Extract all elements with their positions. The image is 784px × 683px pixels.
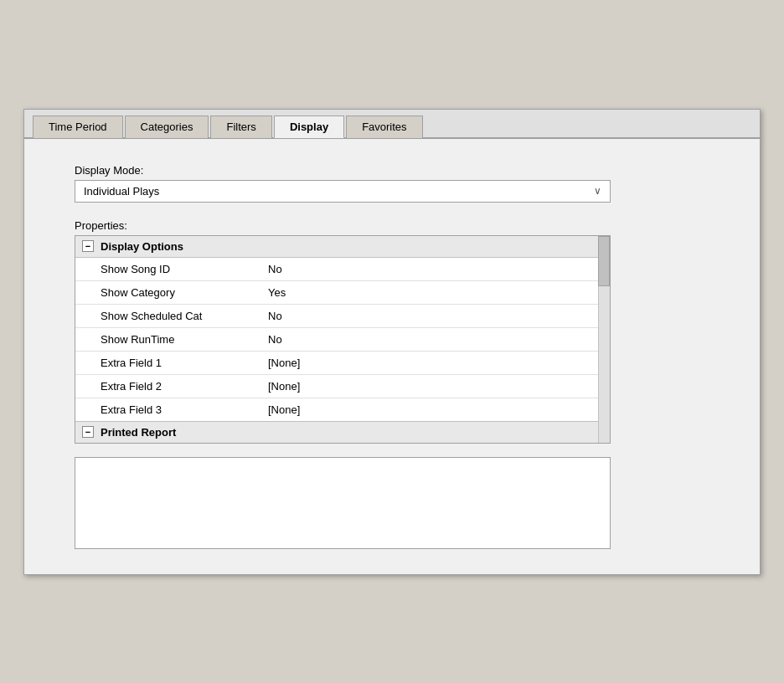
property-name: Show Song ID	[75, 258, 243, 281]
printed-report-title: Printed Report	[101, 426, 176, 439]
main-window: Time Period Categories Filters Display F…	[23, 109, 761, 575]
properties-scroll-area: − Display Options Show Song ID No Show C…	[75, 236, 610, 443]
display-options-header: − Display Options	[75, 236, 610, 258]
property-name: Extra Field 1	[75, 351, 243, 374]
scrollbar-thumb[interactable]	[598, 236, 610, 286]
tab-content: Display Mode: Individual Plays ∨ Propert…	[24, 139, 760, 574]
tab-filters[interactable]: Filters	[210, 116, 271, 138]
property-value: No	[243, 258, 610, 281]
property-name: Show Category	[75, 280, 243, 304]
tab-time-period[interactable]: Time Period	[33, 116, 123, 138]
printed-report-header: − Printed Report	[75, 421, 610, 443]
tab-bar: Time Period Categories Filters Display F…	[24, 110, 760, 139]
table-row[interactable]: Show RunTime No	[75, 327, 610, 351]
properties-label: Properties:	[75, 219, 709, 232]
property-value: [None]	[243, 351, 610, 374]
property-name: Extra Field 3	[75, 398, 243, 421]
chevron-down-icon: ∨	[594, 185, 601, 197]
tab-favorites[interactable]: Favorites	[346, 116, 422, 138]
property-value: No	[243, 304, 610, 327]
display-mode-value: Individual Plays	[84, 185, 159, 198]
tab-categories[interactable]: Categories	[125, 116, 209, 138]
property-name: Show Scheduled Cat	[75, 304, 243, 327]
description-box	[75, 457, 611, 549]
property-value: [None]	[243, 398, 610, 421]
property-name: Extra Field 2	[75, 374, 243, 398]
scrollbar-track	[598, 236, 610, 443]
printed-report-collapse-btn[interactable]: −	[82, 426, 94, 438]
table-row[interactable]: Extra Field 3 [None]	[75, 398, 610, 421]
display-mode-label: Display Mode:	[75, 164, 709, 177]
display-mode-dropdown[interactable]: Individual Plays ∨	[75, 180, 611, 203]
property-value: [None]	[243, 374, 610, 398]
table-row[interactable]: Extra Field 2 [None]	[75, 374, 610, 398]
property-value: No	[243, 327, 610, 351]
table-row[interactable]: Show Song ID No	[75, 258, 610, 281]
properties-container: − Display Options Show Song ID No Show C…	[75, 235, 611, 444]
table-row[interactable]: Show Category Yes	[75, 280, 610, 304]
table-row[interactable]: Show Scheduled Cat No	[75, 304, 610, 327]
property-value: Yes	[243, 280, 610, 304]
display-options-title: Display Options	[101, 240, 183, 253]
property-name: Show RunTime	[75, 327, 243, 351]
tab-display[interactable]: Display	[274, 116, 344, 138]
properties-table: Show Song ID No Show Category Yes Show S…	[75, 258, 610, 421]
table-row[interactable]: Extra Field 1 [None]	[75, 351, 610, 374]
display-options-collapse-btn[interactable]: −	[82, 240, 94, 252]
